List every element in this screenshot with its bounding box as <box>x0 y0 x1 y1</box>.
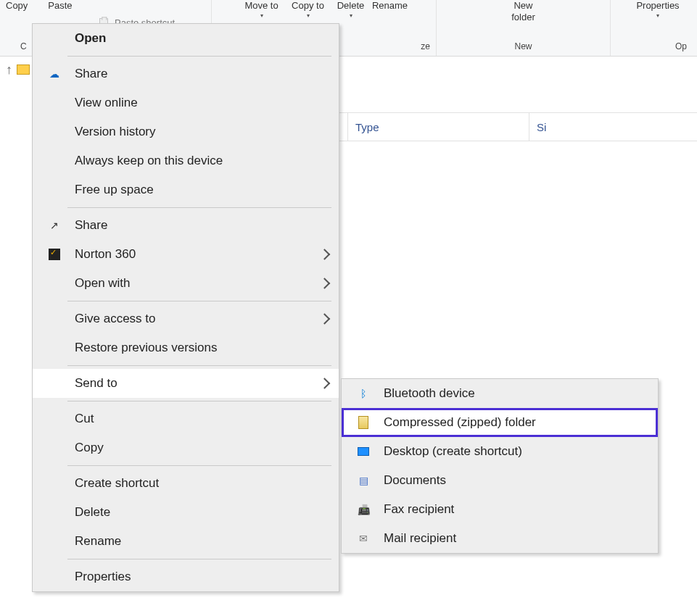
ribbon-new-folder-button[interactable]: New folder <box>498 0 549 22</box>
ctx-norton360-label: Norton 360 <box>75 247 136 262</box>
dropdown-triangle-icon: ▾ <box>350 12 352 20</box>
separator <box>67 559 331 559</box>
separator <box>67 56 331 57</box>
norton-icon <box>47 247 62 262</box>
ribbon-group-new-label: New <box>514 40 532 54</box>
ribbon-group-clipboard-label: C <box>0 40 27 54</box>
ribbon-paste-button[interactable]: Paste <box>48 0 77 12</box>
ctx-open-with[interactable]: Open with <box>33 269 339 298</box>
sendto-desktop-shortcut-label: Desktop (create shortcut) <box>384 444 522 459</box>
ctx-give-access-to-label: Give access to <box>75 312 156 326</box>
dropdown-triangle-icon: ▾ <box>656 12 659 20</box>
zip-folder-icon <box>356 415 371 430</box>
ctx-open-label: Open <box>75 31 106 46</box>
ctx-properties-label: Properties <box>75 570 131 584</box>
ribbon-move-to-button[interactable]: Move to ▾ <box>240 0 284 19</box>
ctx-version-history[interactable]: Version history <box>33 117 339 146</box>
ctx-version-history-label: Version history <box>75 125 156 139</box>
separator <box>67 207 331 208</box>
sendto-compressed-label: Compressed (zipped) folder <box>384 415 536 430</box>
context-menu: Open ☁ Share View online Version history… <box>32 23 339 592</box>
ribbon-rename-button[interactable]: Rename <box>372 0 408 12</box>
ribbon-group-open-label: Op <box>675 40 697 54</box>
ctx-copy-label: Copy <box>75 441 104 455</box>
column-header-size[interactable]: Si <box>529 113 697 141</box>
ctx-open-with-label: Open with <box>75 276 131 291</box>
ctx-create-shortcut[interactable]: Create shortcut <box>33 469 339 498</box>
ctx-free-up-space[interactable]: Free up space <box>33 175 339 204</box>
ctx-always-keep-label: Always keep on this device <box>75 154 223 168</box>
sendto-bluetooth[interactable]: ᛒ Bluetooth device <box>342 379 658 408</box>
ctx-cut-label: Cut <box>75 412 94 426</box>
sendto-mail-recipient-label: Mail recipient <box>384 531 456 546</box>
sendto-fax-recipient-label: Fax recipient <box>384 502 454 517</box>
sendto-fax-recipient[interactable]: 📠 Fax recipient <box>342 495 658 524</box>
sendto-documents-label: Documents <box>384 473 446 488</box>
ctx-rename-label: Rename <box>75 534 121 549</box>
sendto-desktop-shortcut[interactable]: Desktop (create shortcut) <box>342 437 658 466</box>
separator <box>67 365 331 366</box>
ctx-copy[interactable]: Copy <box>33 433 339 462</box>
ctx-view-online[interactable]: View online <box>33 88 339 117</box>
ctx-give-access-to[interactable]: Give access to <box>33 304 339 333</box>
ctx-send-to-label: Send to <box>75 376 117 391</box>
ctx-delete-label: Delete <box>75 505 110 520</box>
bluetooth-icon: ᛒ <box>356 386 371 401</box>
ctx-share-windows[interactable]: ↗ Share <box>33 211 339 240</box>
separator <box>67 465 331 466</box>
ctx-properties[interactable]: Properties <box>33 562 339 591</box>
sendto-bluetooth-label: Bluetooth device <box>384 386 475 401</box>
ribbon-group-new: New folder New <box>437 0 611 56</box>
ctx-norton360[interactable]: Norton 360 <box>33 240 339 269</box>
document-icon: ▤ <box>356 473 371 488</box>
dropdown-triangle-icon: ▾ <box>307 12 310 20</box>
ctx-view-online-label: View online <box>75 96 138 110</box>
ctx-cut[interactable]: Cut <box>33 404 339 433</box>
mail-icon: ✉ <box>356 531 371 546</box>
ctx-always-keep[interactable]: Always keep on this device <box>33 146 339 175</box>
ctx-send-to[interactable]: Send to <box>33 369 339 398</box>
sendto-compressed-zipped-folder[interactable]: Compressed (zipped) folder <box>342 408 658 437</box>
ribbon-delete-button[interactable]: Delete ▾ <box>333 0 369 19</box>
separator <box>67 401 331 401</box>
ctx-free-up-space-label: Free up space <box>75 183 154 197</box>
desktop-icon <box>356 444 371 459</box>
sendto-mail-recipient[interactable]: ✉ Mail recipient <box>342 524 658 553</box>
ctx-delete[interactable]: Delete <box>33 498 339 527</box>
send-to-submenu: ᛒ Bluetooth device Compressed (zipped) f… <box>341 378 659 554</box>
ribbon-group-open: Properties ▾ Op <box>611 0 697 56</box>
ctx-restore-previous-versions-label: Restore previous versions <box>75 341 218 355</box>
ctx-create-shortcut-label: Create shortcut <box>75 476 159 491</box>
separator <box>67 301 331 301</box>
share-icon: ↗ <box>47 218 62 233</box>
ribbon-copy-to-button[interactable]: Copy to ▾ <box>286 0 330 19</box>
cloud-icon: ☁ <box>47 67 62 81</box>
dropdown-triangle-icon: ▾ <box>260 12 263 20</box>
ribbon-properties-button[interactable]: Properties ▾ <box>629 0 687 19</box>
ribbon-group-organize-label: ze <box>421 40 436 54</box>
ctx-share-windows-label: Share <box>75 218 107 233</box>
column-header-type[interactable]: Type <box>348 113 529 141</box>
ctx-open[interactable]: Open <box>33 24 339 53</box>
ctx-share-onedrive-label: Share <box>75 67 107 81</box>
folder-icon <box>17 64 30 75</box>
fax-icon: 📠 <box>356 502 371 517</box>
ribbon-copy-button[interactable]: Copy <box>6 0 28 12</box>
ctx-restore-previous-versions[interactable]: Restore previous versions <box>33 333 339 362</box>
up-arrow-icon[interactable]: ↑ <box>6 62 12 78</box>
ctx-share-onedrive[interactable]: ☁ Share <box>33 59 339 88</box>
sendto-documents[interactable]: ▤ Documents <box>342 466 658 495</box>
ctx-rename[interactable]: Rename <box>33 527 339 556</box>
